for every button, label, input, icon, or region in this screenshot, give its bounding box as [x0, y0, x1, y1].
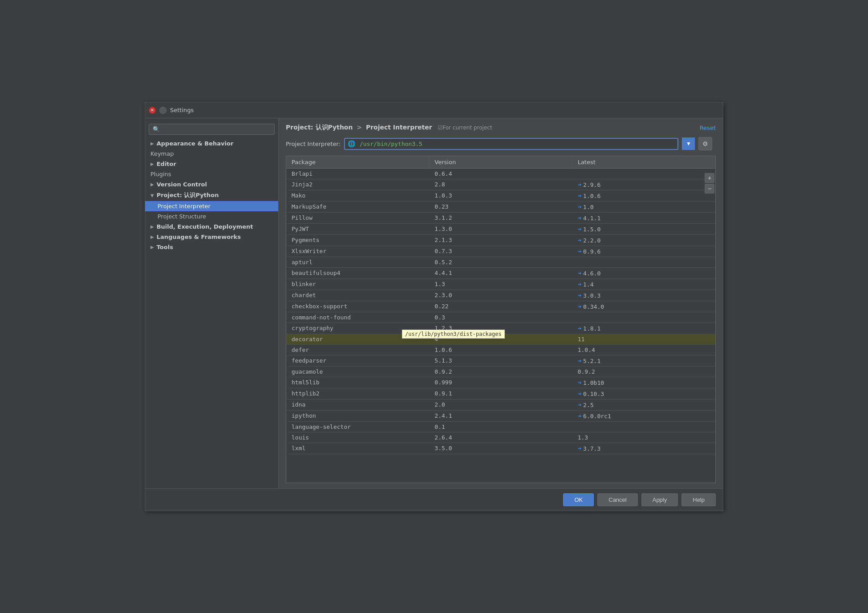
table-row[interactable]: Pygments2.1.3➜ 2.2.0 [286, 235, 715, 246]
cell-package: apturl [286, 257, 429, 267]
cell-package: beautifulsoup4 [286, 268, 429, 278]
interpreter-input[interactable] [358, 139, 677, 149]
cell-version: 2.4.1 [429, 411, 572, 421]
cell-package: idna [286, 399, 429, 410]
table-row[interactable]: checkbox-support0.22➜ 0.34.0 [286, 301, 715, 312]
cell-package: Pillow [286, 213, 429, 223]
minimize-button[interactable] [159, 107, 166, 114]
cell-version: 2.0 [429, 399, 572, 410]
table-row[interactable]: Pillow3.1.2➜ 4.1.1 [286, 213, 715, 224]
cell-latest: 0.9.2 [572, 367, 715, 377]
reset-link[interactable]: Reset [700, 125, 716, 131]
col-version: Version [429, 156, 572, 168]
remove-package-button[interactable]: − [705, 184, 714, 194]
cell-version: 2.1.3 [429, 235, 572, 246]
table-row[interactable]: decorator411 [286, 334, 715, 345]
table-row[interactable]: language-selector0.1 [286, 422, 715, 432]
cell-latest: ➜ 1.0 [572, 202, 715, 212]
sidebar-item-build[interactable]: ▶ Build, Execution, Deployment [145, 222, 278, 232]
cell-latest: ➜ 0.9.6 [572, 246, 715, 257]
cell-package: command-not-found [286, 312, 429, 323]
help-button[interactable]: Help [681, 493, 716, 506]
cell-latest: ➜ 1.0.6 [572, 190, 715, 201]
cell-version: 0.9.1 [429, 388, 572, 399]
table-row[interactable]: ipython2.4.1➜ 6.0.0rc1 [286, 411, 715, 422]
cell-latest: ➜ 2.9.6 [572, 179, 715, 190]
cell-latest: ➜ 2.5 [572, 399, 715, 410]
sidebar-item-keymap[interactable]: Keymap [145, 149, 278, 159]
cell-package: Mako [286, 190, 429, 201]
breadcrumb-page: Project Interpreter [366, 124, 432, 131]
add-package-button[interactable]: + [705, 173, 714, 183]
sidebar-item-tools[interactable]: ▶ Tools [145, 242, 278, 252]
right-panel: Project: 认识Python > Project Interpreter … [279, 118, 723, 488]
cell-version: 0.9.2 [429, 367, 572, 377]
cell-package: ipython [286, 411, 429, 421]
sidebar-item-appearance[interactable]: ▶ Appearance & Behavior [145, 138, 278, 149]
table-row[interactable]: guacamole0.9.20.9.2 [286, 367, 715, 377]
sidebar-item-languages[interactable]: ▶ Languages & Frameworks [145, 232, 278, 242]
cell-latest: ➜ 2.2.0 [572, 235, 715, 246]
arrow-icon: ▶ [150, 224, 154, 229]
breadcrumb-separator: > [357, 124, 364, 131]
interpreter-label: Project Interpreter: [286, 141, 341, 147]
table-row[interactable]: cryptography1.2.3➜ 1.8.1 [286, 323, 715, 334]
cell-version: 2.3.0 [429, 290, 572, 301]
sidebar-item-plugins[interactable]: Plugins [145, 169, 278, 179]
table-row[interactable]: Jinja22.8➜ 2.9.6 [286, 179, 715, 190]
table-row[interactable]: blinker1.3➜ 1.4 [286, 279, 715, 290]
table-row[interactable]: command-not-found0.3 [286, 312, 715, 323]
table-row[interactable]: XlsxWriter0.7.3➜ 0.9.6 [286, 246, 715, 257]
interpreter-settings-button[interactable]: ⚙ [698, 137, 712, 150]
cell-latest [572, 422, 715, 432]
table-row[interactable]: apturl0.5.2 [286, 257, 715, 268]
table-row[interactable]: idna2.0➜ 2.5 [286, 399, 715, 411]
window-title: Settings [170, 107, 719, 113]
cell-version: 0.23 [429, 202, 572, 212]
cell-version: 1.3 [429, 279, 572, 290]
table-row[interactable]: httplib20.9.1➜ 0.10.3 [286, 388, 715, 399]
cell-version: 1.2.3 [429, 323, 572, 334]
cell-version: 3.5.0 [429, 443, 572, 454]
table-row[interactable]: Brlapi0.6.4 [286, 169, 715, 179]
cell-package: MarkupSafe [286, 202, 429, 212]
table-row[interactable]: feedparser5.1.3➜ 5.2.1 [286, 355, 715, 367]
cell-version: 0.1 [429, 422, 572, 432]
interpreter-dropdown-button[interactable]: ▼ [682, 137, 695, 150]
cell-version: 4 [429, 334, 572, 344]
table-row[interactable]: MarkupSafe0.23➜ 1.0 [286, 202, 715, 213]
sidebar-item-vcs[interactable]: ▶ Version Control [145, 179, 278, 190]
breadcrumb-note: ☑For current project [438, 125, 492, 131]
search-input[interactable] [149, 124, 275, 135]
table-row[interactable]: lxml3.5.0➜ 3.7.3 [286, 443, 715, 454]
table-row[interactable]: chardet2.3.0➜ 3.0.3 [286, 290, 715, 301]
table-row[interactable]: Mako1.0.3➜ 1.0.6 [286, 190, 715, 202]
breadcrumb-bar: Project: 认识Python > Project Interpreter … [286, 124, 716, 132]
table-row[interactable]: louis2.6.41.3 [286, 432, 715, 443]
table-body[interactable]: Brlapi0.6.4Jinja22.8➜ 2.9.6Mako1.0.3➜ 1.… [286, 169, 715, 483]
cancel-button[interactable]: Cancel [597, 493, 637, 506]
close-button[interactable]: ✕ [149, 107, 156, 114]
ok-button[interactable]: OK [563, 493, 594, 506]
table-row[interactable]: PyJWT1.3.0➜ 1.5.0 [286, 224, 715, 235]
cell-version: 3.1.2 [429, 213, 572, 223]
cell-package: httplib2 [286, 388, 429, 399]
table-row[interactable]: defer1.0.61.0.4 [286, 345, 715, 355]
col-latest: Latest [572, 156, 715, 168]
sidebar-item-project[interactable]: ▼ Project: 认识Python [145, 190, 278, 201]
sidebar-item-editor[interactable]: ▶ Editor [145, 159, 278, 169]
table-row[interactable]: html5lib0.999➜ 1.0b10 [286, 377, 715, 388]
cell-version: 1.3.0 [429, 224, 572, 234]
cell-latest [572, 257, 715, 267]
sidebar-item-project-interpreter[interactable]: Project Interpreter [145, 201, 278, 211]
apply-button[interactable]: Apply [641, 493, 678, 506]
sidebar-item-project-structure[interactable]: Project Structure [145, 211, 278, 222]
table-row[interactable]: beautifulsoup44.4.1➜ 4.6.0 [286, 268, 715, 279]
cell-package: feedparser [286, 355, 429, 366]
cell-latest [572, 312, 715, 323]
interpreter-icon: 🌐 [345, 140, 358, 147]
cell-latest: ➜ 0.10.3 [572, 388, 715, 399]
cell-package: lxml [286, 443, 429, 454]
cell-latest: ➜ 0.34.0 [572, 301, 715, 312]
cell-latest: ➜ 5.2.1 [572, 355, 715, 366]
